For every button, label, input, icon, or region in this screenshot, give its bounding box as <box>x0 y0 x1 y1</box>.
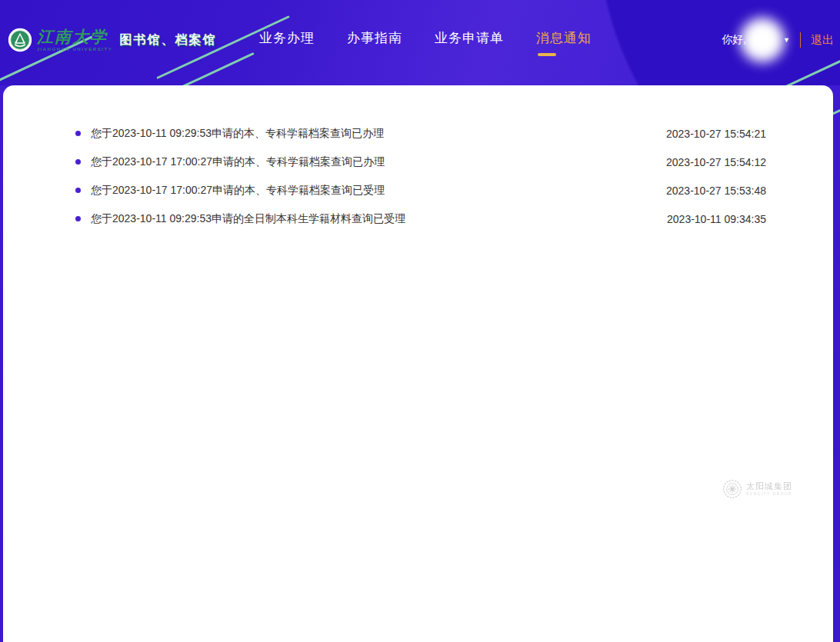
nav-item-1[interactable]: 业务办理 <box>259 29 315 47</box>
university-name-en: JIANGNAN UNIVERSITY <box>37 47 112 52</box>
nav-item-label: 消息通知 <box>536 31 592 45</box>
notification-time: 2023-10-27 15:54:12 <box>666 156 766 168</box>
vendor-watermark: 太阳城集团 SUNCITY GROUP <box>722 479 792 499</box>
notification-list: 您于2023-10-11 09:29:53申请的本、专科学籍档案查询已办理 20… <box>3 85 833 233</box>
vendor-name-en: SUNCITY GROUP <box>746 492 792 496</box>
header: 江南大学 JIANGNAN UNIVERSITY 图书馆、档案馆 业务办理 办事… <box>0 0 840 85</box>
logout-button[interactable]: 退出 <box>811 33 834 48</box>
notification-time: 2023-10-27 15:54:21 <box>666 128 766 140</box>
brand-logo[interactable]: 江南大学 JIANGNAN UNIVERSITY 图书馆、档案馆 <box>8 28 216 52</box>
notification-item[interactable]: 您于2023-10-11 09:29:53申请的全日制本科生学籍材料查询已受理 … <box>75 205 766 233</box>
chevron-down-icon[interactable]: ▼ <box>783 36 790 44</box>
main-nav: 业务办理 办事指南 业务申请单 消息通知 <box>259 29 592 47</box>
notification-item[interactable]: 您于2023-10-11 09:29:53申请的本、专科学籍档案查询已办理 20… <box>75 119 766 148</box>
username-blurred <box>740 18 785 62</box>
bullet-icon <box>75 188 81 193</box>
notification-text: 您于2023-10-17 17:00:27申请的本、专科学籍档案查询已受理 <box>91 184 651 198</box>
active-tab-underline <box>538 53 556 56</box>
notification-time: 2023-10-11 09:34:35 <box>667 213 766 225</box>
notification-text: 您于2023-10-11 09:29:53申请的全日制本科生学籍材料查询已受理 <box>91 212 652 226</box>
notification-text: 您于2023-10-17 17:00:27申请的本、专科学籍档案查询已办理 <box>91 155 651 169</box>
notification-item[interactable]: 您于2023-10-17 17:00:27申请的本、专科学籍档案查询已受理 20… <box>75 176 766 205</box>
bullet-icon <box>75 216 81 221</box>
notification-text: 您于2023-10-11 09:29:53申请的本、专科学籍档案查询已办理 <box>91 127 651 141</box>
bullet-icon <box>75 159 81 165</box>
notification-time: 2023-10-27 15:53:48 <box>666 185 766 197</box>
divider <box>800 32 801 48</box>
nav-item-3[interactable]: 业务申请单 <box>435 29 504 47</box>
site-name: 图书馆、档案馆 <box>119 32 216 48</box>
university-emblem-icon <box>8 28 32 52</box>
nav-item-label: 业务办理 <box>259 31 315 45</box>
nav-item-label: 业务申请单 <box>435 31 504 45</box>
content-card: 您于2023-10-11 09:29:53申请的本、专科学籍档案查询已办理 20… <box>3 85 833 642</box>
notification-item[interactable]: 您于2023-10-17 17:00:27申请的本、专科学籍档案查询已办理 20… <box>75 148 766 176</box>
vendor-name: 太阳城集团 <box>746 482 792 491</box>
nav-item-2[interactable]: 办事指南 <box>347 29 402 47</box>
nav-item-4[interactable]: 消息通知 <box>536 29 592 47</box>
user-area: 你好, ▼ 退出 <box>722 22 834 58</box>
university-name: 江南大学 <box>37 29 112 45</box>
vendor-logo-icon <box>722 479 742 499</box>
bullet-icon <box>75 131 81 136</box>
decorative-line <box>180 52 254 85</box>
nav-item-label: 办事指南 <box>347 31 402 45</box>
